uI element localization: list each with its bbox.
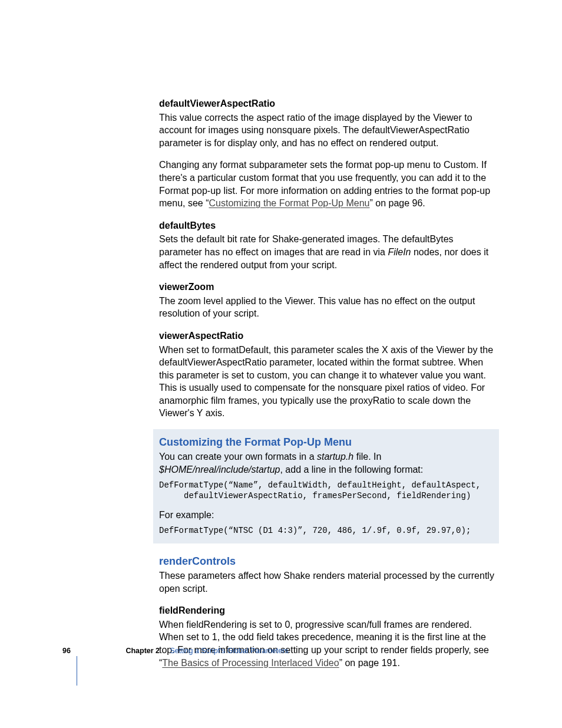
text: You can create your own formats in a [159,452,317,462]
paragraph: Changing any format subparameter sets th… [159,159,494,209]
section-heading-customizing: Customizing the Format Pop-Up Menu [159,435,494,449]
paragraph: You can create your own formats in a sta… [159,450,494,476]
heading-viewerzoom: viewerZoom [159,281,494,294]
heading-vieweraspectratio: viewerAspectRatio [159,330,494,342]
footer-rule [77,656,77,686]
italic-text: startup.h [317,452,353,462]
paragraph: The zoom level applied to the Viewer. Th… [159,295,494,320]
link-basics-interlaced-video[interactable]: The Basics of Processing Interlaced Vide… [162,658,339,668]
text: ” on page 96. [369,198,425,208]
paragraph: This value corrects the aspect ratio of … [159,111,494,150]
page-footer: 96 Chapter 2 Setting a Script's Global P… [62,646,289,656]
heading-fieldrendering: fieldRendering [159,604,494,617]
page-number: 96 [62,647,71,655]
italic-text: FileIn [388,247,411,257]
paragraph: When set to formatDefault, this paramete… [159,344,494,420]
chapter-title: Setting a Script's Global Parameters [170,647,289,655]
callout-box: Customizing the Format Pop-Up Menu You c… [153,429,499,543]
paragraph: Sets the default bit rate for Shake-gene… [159,233,494,271]
text: , add a line in the following format: [280,465,423,475]
page-body: defaultViewerAspectRatio This value corr… [0,0,562,669]
code-block: DefFormatType(“Name”, defaultWidth, defa… [159,480,494,502]
code-block: DefFormatType(“NTSC (D1 4:3)”, 720, 486,… [159,525,494,536]
text: file. In [353,452,381,462]
paragraph: These parameters affect how Shake render… [159,569,494,595]
paragraph: For example: [159,509,494,522]
paragraph: When fieldRendering is set to 0, progres… [159,618,494,669]
link-customizing-format-popup[interactable]: Customizing the Format Pop-Up Menu [209,198,369,208]
italic-text: $HOME/nreal/include/startup [159,465,280,475]
heading-defaultvieweraspectratio: defaultViewerAspectRatio [159,97,494,110]
text: ” on page 191. [339,658,400,668]
section-heading-rendercontrols: renderControls [159,554,494,568]
chapter-label: Chapter 2 [125,647,160,655]
heading-defaultbytes: defaultBytes [159,219,494,232]
